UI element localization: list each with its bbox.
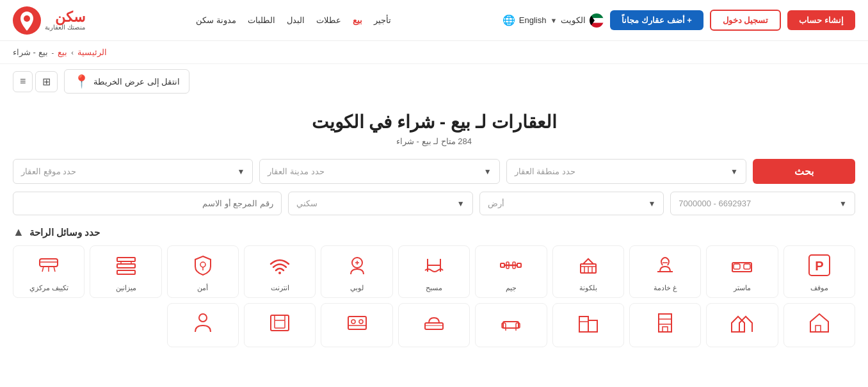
kuwait-flag-icon <box>590 13 604 28</box>
toolbar: انتقل إلى عرض الخريطة 📍 ⊞ ≡ <box>0 64 868 99</box>
kitchen-icon <box>346 311 369 338</box>
search-button[interactable]: بحث <box>753 159 855 184</box>
reference-input[interactable] <box>13 192 282 215</box>
nav-exchange[interactable]: البدل <box>287 15 305 25</box>
security-icon <box>191 254 214 280</box>
amenities-toggle-button[interactable]: ▲ <box>13 226 24 239</box>
amenity-lobby[interactable]: لوبي <box>321 245 392 298</box>
svg-point-7 <box>24 15 30 22</box>
category-select[interactable]: ▼ أرض <box>479 192 664 215</box>
nav-tajeer[interactable]: تأجير <box>374 15 391 25</box>
parking-icon: P <box>808 254 831 280</box>
svg-rect-52 <box>588 320 597 332</box>
type-select[interactable]: ▼ سكني <box>288 192 473 215</box>
svg-rect-61 <box>348 317 366 329</box>
amenity-row2-4[interactable] <box>552 303 624 347</box>
svg-rect-12 <box>744 264 750 269</box>
logo: سكن منصتك العقارية <box>13 6 85 35</box>
main-nav: تأجير بيع عطلات البدل الطلبات مدونة سكن <box>196 15 391 25</box>
svg-rect-38 <box>117 270 135 274</box>
amenity-pool[interactable]: مسبح <box>398 245 470 298</box>
nav-holidays[interactable]: عطلات <box>316 15 341 25</box>
svg-point-69 <box>199 314 207 322</box>
lang-label: English <box>519 15 547 25</box>
amenity-gym[interactable]: جيم <box>475 245 547 298</box>
master-label: ماستر <box>734 284 751 292</box>
svg-rect-59 <box>425 323 443 329</box>
ac-label: تكييف مركزي <box>29 284 68 292</box>
lobby-icon <box>346 254 369 280</box>
language-selector[interactable]: الكويت ▼ English 🌐 <box>502 13 604 28</box>
room-icon <box>268 311 291 338</box>
amenity-mezzanine[interactable]: ميزانين <box>90 245 161 298</box>
location-placeholder: حدد موقع العقار <box>21 167 76 176</box>
chevron-down-icon: ▼ <box>550 17 557 24</box>
breadcrumb-current: بيع - شراء <box>13 47 48 57</box>
breadcrumb-home[interactable]: الرئيسية <box>77 47 107 57</box>
amenity-security[interactable]: أمن <box>167 245 239 298</box>
logo-text-area: سكن منصتك العقارية <box>45 10 85 31</box>
add-property-button[interactable]: + أضف عقارك مجاناً <box>610 10 703 30</box>
amenity-row2-3[interactable] <box>629 303 701 347</box>
breadcrumb-buy[interactable]: بيع <box>58 47 67 57</box>
amenity-row2-8[interactable] <box>244 303 316 347</box>
svg-line-43 <box>42 267 44 272</box>
city-select[interactable]: ▼ حدد مدينة العقار <box>259 159 499 184</box>
area-chevron-icon: ▼ <box>730 167 738 176</box>
header-left: إنشاء حساب تسجيل دخول + أضف عقارك مجاناً… <box>502 10 855 31</box>
city-placeholder: حدد مدينة العقار <box>268 167 324 176</box>
gym-label: جيم <box>506 284 517 292</box>
view-toggle: ⊞ ≡ <box>13 71 58 92</box>
amenity-row2-2[interactable] <box>706 303 778 347</box>
amenity-row2-5[interactable] <box>475 303 547 347</box>
nav-bai[interactable]: بيع <box>353 15 362 25</box>
internet-label: انترنت <box>271 284 289 292</box>
location-chevron-icon: ▼ <box>237 167 245 176</box>
svg-rect-23 <box>517 263 521 267</box>
svg-rect-37 <box>117 264 135 268</box>
svg-rect-46 <box>816 325 821 332</box>
amenity-master[interactable]: ماستر <box>706 245 778 298</box>
maid-icon <box>654 254 677 280</box>
svg-text:P: P <box>815 259 823 273</box>
amenity-ac[interactable]: تكييف مركزي <box>13 245 84 298</box>
amenities-grid-row2 <box>13 303 855 347</box>
amenity-row2-6[interactable] <box>398 303 470 347</box>
amenity-row2-7[interactable] <box>321 303 392 347</box>
price-select[interactable]: ▼ 6692937 - 7000000 <box>670 192 855 215</box>
amenity-row2-9[interactable] <box>167 303 239 347</box>
amenity-row2-1[interactable] <box>784 303 855 347</box>
breadcrumb: الرئيسية › بيع - بيع - شراء <box>0 41 868 64</box>
grid-view-button[interactable]: ⊞ <box>35 71 58 92</box>
page-subtitle: 284 متاح لـ بيع - شراء <box>13 136 855 146</box>
register-button[interactable]: إنشاء حساب <box>787 10 855 30</box>
nav-blog[interactable]: مدونة سكن <box>196 15 236 25</box>
logo-brand: سكن <box>45 10 85 24</box>
map-icon: 📍 <box>74 74 90 89</box>
list-view-button[interactable]: ≡ <box>13 71 33 92</box>
price-value: 6692937 - 7000000 <box>679 199 751 208</box>
amenities-title: حدد وسائل الراحة <box>29 227 100 238</box>
logo-icon <box>13 6 41 35</box>
login-button[interactable]: تسجيل دخول <box>710 10 782 31</box>
area-select[interactable]: ▼ حدد منطقة العقار <box>506 159 746 184</box>
svg-point-63 <box>359 320 363 324</box>
amenity-balcony[interactable]: بلكونة <box>552 245 624 298</box>
map-btn-label: انتقل إلى عرض الخريطة <box>93 77 180 86</box>
area-placeholder: حدد منطقة العقار <box>515 167 575 176</box>
gym-icon <box>499 254 522 280</box>
main-content: العقارات لـ بيع - شراء في الكويت 284 متا… <box>0 99 868 347</box>
nav-requests[interactable]: الطلبات <box>248 15 275 25</box>
location-select[interactable]: ▼ حدد موقع العقار <box>13 159 253 184</box>
map-view-button[interactable]: انتقل إلى عرض الخريطة 📍 <box>64 69 189 94</box>
chevron-up-icon: ▲ <box>13 226 24 238</box>
filter-row-1: بحث ▼ حدد منطقة العقار ▼ حدد مدينة العقا… <box>13 159 855 184</box>
country-label: الكويت <box>561 15 586 25</box>
balcony-label: بلكونة <box>579 284 597 292</box>
svg-rect-22 <box>501 263 504 267</box>
reception-icon <box>422 311 446 338</box>
amenity-parking[interactable]: P موقف <box>784 245 855 298</box>
amenity-maid[interactable]: غ خادمة <box>629 245 701 298</box>
maid-label: غ خادمة <box>654 284 677 292</box>
amenity-internet[interactable]: انترنت <box>244 245 316 298</box>
